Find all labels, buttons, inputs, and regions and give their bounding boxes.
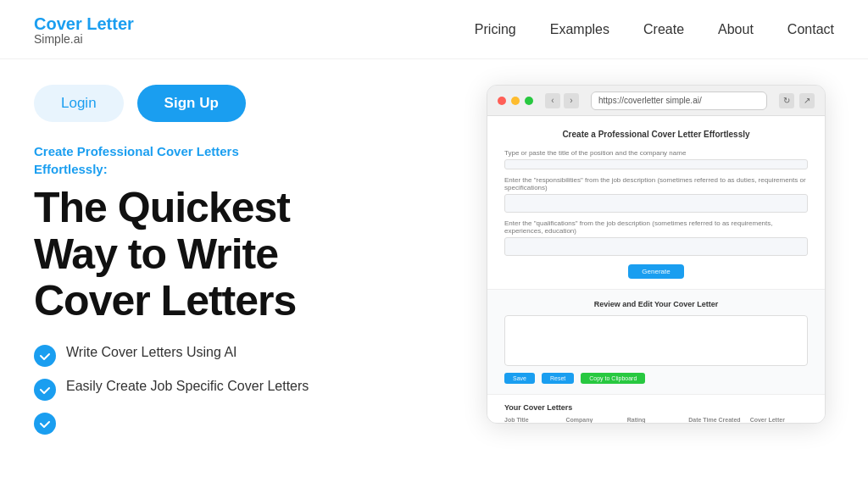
nav-examples[interactable]: Examples: [550, 22, 609, 37]
mock-input-row-2: Enter the "responsibilities" from the jo…: [504, 176, 808, 213]
mock-generate-btn[interactable]: Generate: [628, 264, 683, 279]
mock-input-label-3: Enter the "qualifications" from the job …: [504, 219, 808, 235]
mock-copy-btn[interactable]: Copy to Clipboard: [581, 373, 645, 384]
check-icon-1: [34, 345, 56, 367]
mock-form-title: Create a Professional Cover Letter Effor…: [504, 130, 808, 139]
auth-buttons: Login Sign Up: [34, 85, 461, 122]
login-button[interactable]: Login: [34, 85, 124, 122]
nav-create[interactable]: Create: [643, 22, 684, 37]
mock-reset-btn[interactable]: Reset: [542, 373, 574, 384]
feature-item-3: [34, 411, 461, 435]
feature-item-2: Easily Create Job Specific Cover Letters: [34, 377, 461, 401]
left-column: Login Sign Up Create Professional Cover …: [34, 76, 461, 471]
nav-about[interactable]: About: [718, 22, 754, 37]
browser-back-btn: ‹: [545, 93, 560, 108]
mock-action-row: Save Reset Copy to Clipboard: [504, 373, 808, 384]
mock-col-company: Company: [565, 417, 623, 423]
mock-col-cover: Cover Letter: [750, 417, 808, 423]
signup-button[interactable]: Sign Up: [137, 85, 246, 122]
browser-bar: ‹ › https://coverletter simple.ai/ ↻ ↗: [487, 86, 825, 116]
mock-col-date: Date Time Created: [688, 417, 746, 423]
mock-review-section: Review and Edit Your Cover Letter Save R…: [487, 290, 825, 395]
logo-title: Cover Letter: [34, 14, 134, 34]
browser-forward-btn: ›: [564, 93, 579, 108]
nav-links: Pricing Examples Create About Contact: [475, 22, 834, 37]
url-bar: https://coverletter simple.ai/: [591, 92, 767, 110]
navbar: Cover Letter Simple.ai Pricing Examples …: [0, 0, 868, 59]
nav-pricing[interactable]: Pricing: [475, 22, 516, 37]
mock-input-row-3: Enter the "qualifications" from the job …: [504, 219, 808, 256]
feature-item-1: Write Cover Letters Using AI: [34, 343, 461, 367]
mock-input-bar-3: [504, 237, 808, 256]
tagline: Create Professional Cover LettersEffortl…: [34, 142, 461, 178]
browser-close-dot: [498, 97, 506, 105]
mock-col-job-title: Job Title: [504, 417, 562, 423]
browser-share-btn: ↗: [799, 93, 815, 108]
hero-heading: The Quickest Way to Write Cover Letters: [34, 185, 461, 324]
browser-refresh-btn: ↻: [779, 93, 794, 108]
mock-input-label-1: Type or paste the title of the position …: [504, 149, 808, 157]
logo-subtitle: Simple.ai: [34, 32, 134, 46]
nav-contact[interactable]: Contact: [787, 22, 834, 37]
feature-text-2: Easily Create Job Specific Cover Letters: [66, 377, 309, 396]
mock-letters-section: Your Cover Letters Job Title Company Rat…: [487, 395, 825, 424]
browser-mockup: ‹ › https://coverletter simple.ai/ ↻ ↗ C…: [487, 85, 826, 424]
mock-col-rating: Rating: [627, 417, 685, 423]
mock-letters-title: Your Cover Letters: [504, 403, 808, 412]
right-column: ‹ › https://coverletter simple.ai/ ↻ ↗ C…: [478, 76, 834, 471]
browser-min-dot: [511, 97, 520, 105]
check-icon-3: [34, 413, 56, 435]
mock-review-title: Review and Edit Your Cover Letter: [504, 300, 808, 308]
browser-nav-group: ‹ ›: [545, 93, 579, 108]
mock-save-btn[interactable]: Save: [504, 373, 535, 384]
mock-form-section: Create a Professional Cover Letter Effor…: [487, 116, 825, 290]
mock-input-row-1: Type or paste the title of the position …: [504, 149, 808, 169]
logo: Cover Letter Simple.ai: [34, 14, 134, 46]
browser-max-dot: [525, 97, 533, 105]
mock-cover-letter-textarea[interactable]: [504, 315, 808, 366]
feature-list: Write Cover Letters Using AI Easily Crea…: [34, 343, 461, 435]
mock-table-header: Job Title Company Rating Date Time Creat…: [504, 417, 808, 424]
browser-content: Create a Professional Cover Letter Effor…: [487, 116, 825, 424]
feature-text-1: Write Cover Letters Using AI: [66, 343, 237, 362]
mock-input-bar-2: [504, 194, 808, 213]
mock-input-label-2: Enter the "responsibilities" from the jo…: [504, 176, 808, 191]
mock-input-bar-1: [504, 159, 808, 169]
main-content: Login Sign Up Create Professional Cover …: [0, 59, 868, 488]
check-icon-2: [34, 379, 56, 401]
